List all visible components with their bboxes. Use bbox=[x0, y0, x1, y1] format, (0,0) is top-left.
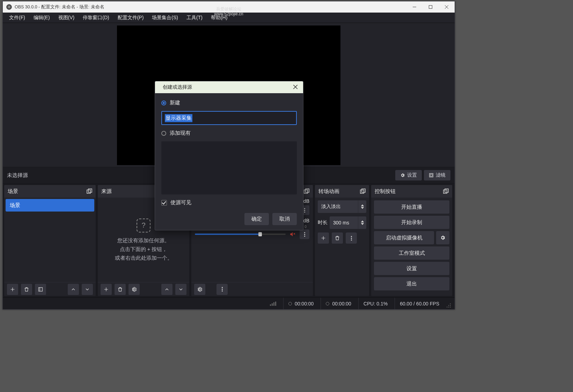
checkbox-icon bbox=[161, 200, 167, 206]
make-visible-checkbox[interactable]: 使源可见 bbox=[161, 199, 297, 206]
scenes-dock: 场景 场景 bbox=[4, 185, 96, 296]
svg-rect-0 bbox=[429, 6, 432, 9]
svg-point-18 bbox=[448, 307, 449, 308]
window-title: OBS 30.0.0 - 配置文件: 未命名 - 场景: 未命名 bbox=[15, 4, 406, 10]
menu-view[interactable]: 视图(V) bbox=[54, 13, 79, 22]
virtualcam-settings-button[interactable] bbox=[436, 231, 449, 244]
record-dot-icon bbox=[326, 302, 329, 305]
source-up-button[interactable] bbox=[161, 284, 172, 295]
menu-profile[interactable]: 配置文件(P) bbox=[113, 13, 148, 22]
filter-icon bbox=[429, 173, 434, 178]
duration-input[interactable]: 300 ms bbox=[330, 216, 366, 229]
radio-icon bbox=[161, 101, 166, 105]
status-fps: 60.00 / 60.00 FPS bbox=[395, 298, 444, 309]
svg-point-15 bbox=[450, 305, 451, 306]
maximize-button[interactable] bbox=[423, 1, 439, 13]
menu-edit[interactable]: 编辑(E) bbox=[29, 13, 54, 22]
popout-icon[interactable] bbox=[443, 188, 449, 194]
svg-point-19 bbox=[447, 307, 447, 308]
svg-rect-2 bbox=[430, 174, 432, 176]
menu-help[interactable]: 帮助(H) bbox=[207, 13, 232, 22]
start-virtualcam-button[interactable]: 启动虚拟摄像机 bbox=[374, 231, 434, 244]
dialog-titlebar[interactable]: 创建或选择源 bbox=[155, 81, 303, 93]
svg-point-17 bbox=[450, 307, 451, 308]
popout-icon[interactable] bbox=[304, 188, 309, 194]
obs-logo-icon bbox=[6, 4, 12, 10]
volume-slider[interactable] bbox=[195, 234, 286, 235]
status-bar: 00:00:00 00:00:00 CPU: 0.1% 60.00 / 60.0… bbox=[3, 297, 455, 309]
svg-point-16 bbox=[448, 305, 449, 306]
gear-icon bbox=[400, 173, 405, 178]
svg-rect-11 bbox=[362, 189, 365, 192]
source-properties-button[interactable] bbox=[128, 284, 140, 295]
remove-scene-button[interactable] bbox=[21, 284, 32, 295]
remove-source-button[interactable] bbox=[115, 284, 126, 295]
source-down-button[interactable] bbox=[175, 284, 186, 295]
resize-grip-icon[interactable] bbox=[446, 303, 451, 308]
menu-scene-collection[interactable]: 场景集合(S) bbox=[148, 13, 182, 22]
controls-title: 控制按钮 bbox=[375, 188, 396, 195]
spin-buttons[interactable] bbox=[358, 216, 366, 229]
menu-file[interactable]: 文件(F) bbox=[5, 13, 29, 22]
status-cpu: CPU: 0.1% bbox=[358, 298, 392, 309]
start-record-button[interactable]: 开始录制 bbox=[374, 216, 449, 229]
dialog-close-button[interactable] bbox=[291, 83, 300, 91]
popout-icon[interactable] bbox=[87, 188, 92, 194]
svg-rect-12 bbox=[443, 190, 447, 193]
menu-dock[interactable]: 停靠窗口(D) bbox=[79, 13, 113, 22]
ok-button[interactable]: 确定 bbox=[244, 213, 269, 225]
exit-button[interactable]: 退出 bbox=[374, 277, 449, 290]
svg-rect-10 bbox=[360, 190, 364, 193]
transitions-dock: 转场动画 淡入淡出 时长 300 ms bbox=[315, 185, 369, 296]
cancel-button[interactable]: 取消 bbox=[272, 213, 297, 225]
source-filters-button[interactable]: 滤镜 bbox=[424, 170, 450, 180]
stream-dot-icon bbox=[288, 302, 292, 305]
scene-filter-button[interactable] bbox=[35, 284, 46, 295]
scenes-title: 场景 bbox=[8, 188, 18, 195]
svg-rect-8 bbox=[304, 190, 308, 193]
svg-rect-13 bbox=[445, 189, 448, 192]
svg-rect-9 bbox=[306, 189, 309, 192]
radio-icon bbox=[161, 131, 166, 136]
transitions-title: 转场动画 bbox=[318, 188, 339, 195]
mixer-menu-button[interactable] bbox=[216, 284, 228, 295]
sources-title: 来源 bbox=[101, 188, 112, 195]
controls-dock: 控制按钮 开始直播 开始录制 启动虚拟摄像机 工作室模式 设置 退出 bbox=[371, 185, 452, 296]
mixer-settings-button[interactable] bbox=[194, 284, 205, 295]
status-record: 00:00:00 bbox=[321, 298, 356, 309]
dialog-title: 创建或选择源 bbox=[163, 84, 288, 90]
source-settings-button[interactable]: 设置 bbox=[395, 170, 422, 180]
scene-down-button[interactable] bbox=[82, 284, 93, 295]
radio-existing[interactable]: 添加现有 bbox=[161, 130, 297, 136]
mute-button[interactable] bbox=[288, 230, 297, 238]
settings-button[interactable]: 设置 bbox=[374, 262, 449, 275]
remove-transition-button[interactable] bbox=[332, 232, 343, 244]
duration-label: 时长 bbox=[318, 220, 328, 226]
svg-rect-1 bbox=[429, 173, 433, 177]
svg-rect-4 bbox=[88, 189, 92, 192]
minimize-button[interactable] bbox=[406, 1, 423, 13]
scene-item-selected[interactable]: 场景 bbox=[6, 199, 94, 212]
popout-icon[interactable] bbox=[360, 188, 366, 194]
transition-menu-button[interactable] bbox=[346, 232, 357, 244]
add-transition-button[interactable] bbox=[318, 232, 329, 244]
menubar: 文件(F) 编辑(E) 视图(V) 停靠窗口(D) 配置文件(P) 场景集合(S… bbox=[3, 13, 455, 23]
svg-rect-3 bbox=[87, 190, 90, 193]
status-stream: 00:00:00 bbox=[283, 298, 319, 309]
channel-menu-button[interactable] bbox=[300, 229, 309, 239]
add-scene-button[interactable] bbox=[7, 284, 18, 295]
start-stream-button[interactable]: 开始直播 bbox=[374, 200, 449, 214]
scene-up-button[interactable] bbox=[68, 284, 79, 295]
close-button[interactable] bbox=[439, 1, 455, 13]
spin-buttons[interactable] bbox=[358, 200, 366, 213]
source-name-input[interactable]: 显示器采集 bbox=[161, 111, 297, 125]
radio-new[interactable]: 新建 bbox=[161, 99, 297, 106]
transition-select[interactable]: 淡入淡出 bbox=[318, 200, 366, 213]
svg-point-14 bbox=[450, 303, 451, 304]
studio-mode-button[interactable]: 工作室模式 bbox=[374, 246, 449, 260]
menu-tools[interactable]: 工具(T) bbox=[182, 13, 207, 22]
existing-sources-list[interactable] bbox=[161, 141, 297, 194]
signal-icon bbox=[270, 302, 276, 306]
titlebar[interactable]: OBS 30.0.0 - 配置文件: 未命名 - 场景: 未命名 吾爱破解论坛 … bbox=[3, 1, 455, 13]
add-source-button[interactable] bbox=[101, 284, 112, 295]
